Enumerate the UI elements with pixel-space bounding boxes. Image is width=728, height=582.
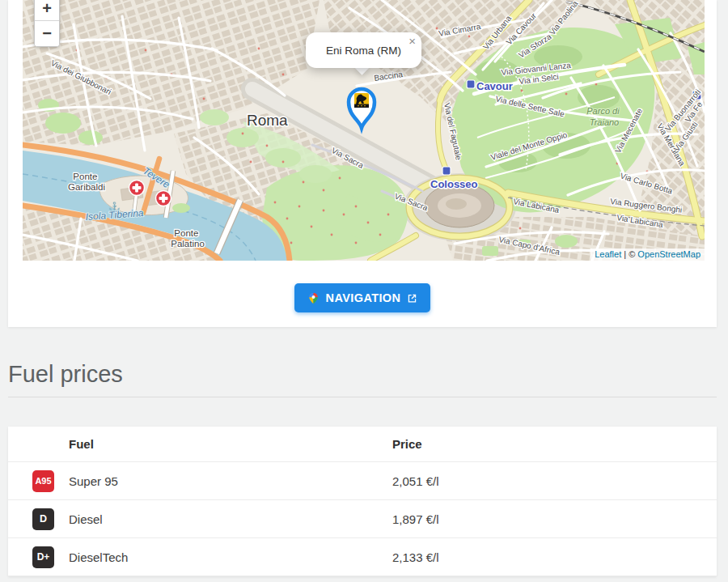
table-row: A95 Super 95 2,051 €/l: [8, 462, 717, 500]
fuel-name: Diesel: [69, 512, 392, 526]
openstreetmap-link[interactable]: OpenStreetMap: [637, 249, 700, 259]
table-row: D+ DieselTech 2,133 €/l: [8, 538, 717, 576]
map-label-roma: Roma: [247, 112, 288, 129]
fuel-name: DieselTech: [69, 550, 392, 564]
fuel-prices-table: Fuel Price A95 Super 95 2,051 €/l D Dies…: [8, 427, 717, 576]
map-label-colosseo-station: Colosseo: [430, 178, 478, 190]
table-row: D Diesel 1,897 €/l: [8, 500, 717, 538]
map-label-parco-2: Traiano: [590, 117, 619, 127]
attribution-separator: | ©: [621, 249, 637, 259]
map-label-ponte-garibaldi-2: Garibaldi: [68, 182, 105, 192]
maps-pin-icon: [307, 292, 320, 304]
zoom-out-button[interactable]: −: [35, 21, 59, 46]
map-popup: Eni Roma (RM) ×: [306, 32, 421, 68]
map-attribution: Leaflet | © OpenStreetMap: [590, 249, 705, 261]
map-label-cavour-station: Cavour: [476, 80, 513, 92]
column-header-fuel: Fuel: [69, 437, 392, 451]
fuel-price: 2,133 €/l: [392, 550, 717, 564]
column-header-price: Price: [392, 437, 717, 451]
section-divider: [8, 397, 717, 397]
fuel-name: Super 95: [69, 474, 392, 488]
map-zoom-control: + −: [34, 0, 60, 47]
map-card: ⚓ Roma Via dei Giubbonari Via Cimarra Vi…: [8, 0, 717, 327]
leaflet-link[interactable]: Leaflet: [595, 249, 621, 259]
fuel-prices-heading: Fuel prices: [8, 361, 123, 388]
map-label-parco-1: Parco di: [586, 106, 620, 116]
navigation-button-row: NAVIGATION: [8, 283, 717, 312]
map-label-ponte-palatino-2: Palatino: [171, 239, 205, 249]
fuel-price: 2,051 €/l: [392, 474, 717, 488]
table-header-row: Fuel Price: [8, 427, 717, 462]
map-label-ponte-palatino-1: Ponte: [174, 228, 198, 238]
map-label-ponte-garibaldi-1: Ponte: [73, 172, 97, 181]
popup-close-icon[interactable]: ×: [408, 35, 416, 47]
fuel-badge-a95: A95: [32, 470, 54, 492]
popup-title: Eni Roma (RM): [306, 45, 421, 57]
fuel-badge-d: D: [32, 508, 54, 530]
external-link-icon: [407, 293, 417, 304]
map[interactable]: ⚓ Roma Via dei Giubbonari Via Cimarra Vi…: [23, 0, 705, 261]
navigation-button[interactable]: NAVIGATION: [294, 283, 431, 312]
map-label-ponte-palatino: Ponte Palatino: [171, 228, 205, 249]
zoom-in-button[interactable]: +: [35, 0, 59, 21]
fuel-price: 1,897 €/l: [392, 512, 717, 526]
colosseum-building: [425, 184, 494, 227]
fuel-badge-dplus: D+: [32, 546, 54, 568]
navigation-button-label: NAVIGATION: [326, 291, 401, 304]
map-label-ponte-garibaldi: Ponte Garibaldi: [68, 172, 105, 192]
